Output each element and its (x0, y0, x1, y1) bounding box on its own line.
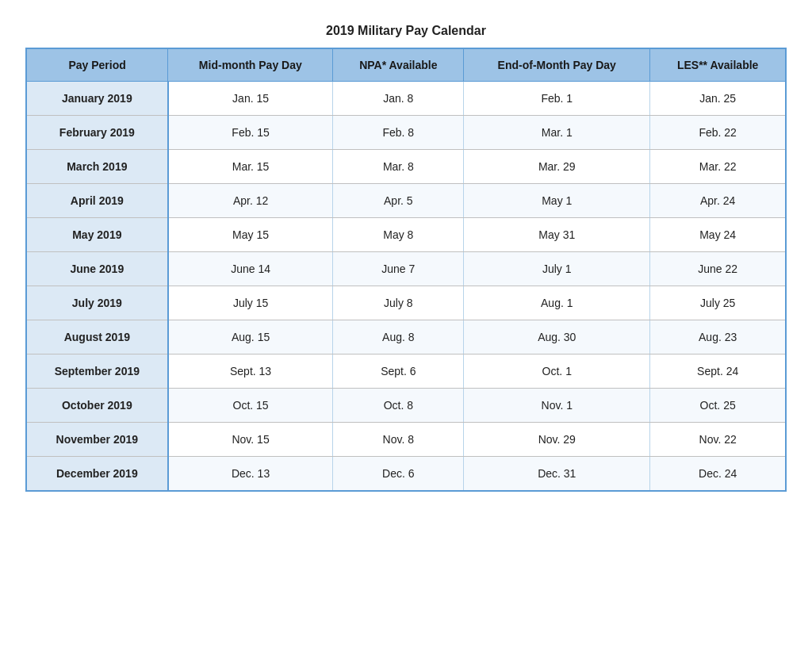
cell-end-month: Feb. 1 (464, 82, 650, 116)
cell-npa: June 7 (333, 252, 464, 286)
table-row: August 2019Aug. 15Aug. 8Aug. 30Aug. 23 (26, 320, 786, 354)
cell-end-month: May 31 (464, 218, 650, 252)
cell-period: October 2019 (26, 389, 168, 423)
cell-end-month: Nov. 29 (464, 423, 650, 457)
cell-npa: Mar. 8 (333, 150, 464, 184)
cell-period: August 2019 (26, 320, 168, 354)
cell-period: December 2019 (26, 457, 168, 492)
cell-mid-month: Apr. 12 (168, 184, 333, 218)
cell-period: June 2019 (26, 252, 168, 286)
cell-mid-month: Nov. 15 (168, 423, 333, 457)
cell-les: May 24 (650, 218, 786, 252)
cell-npa: Oct. 8 (333, 389, 464, 423)
cell-mid-month: Oct. 15 (168, 389, 333, 423)
table-row: February 2019Feb. 15Feb. 8Mar. 1Feb. 22 (26, 116, 786, 150)
cell-period: February 2019 (26, 116, 168, 150)
table-row: July 2019July 15July 8Aug. 1July 25 (26, 286, 786, 320)
header-les: LES** Available (650, 48, 786, 82)
header-npa: NPA* Available (333, 48, 464, 82)
page-title: 2019 Military Pay Calendar (25, 24, 787, 38)
cell-period: May 2019 (26, 218, 168, 252)
table-row: September 2019Sept. 13Sept. 6Oct. 1Sept.… (26, 354, 786, 389)
cell-end-month: Aug. 30 (464, 320, 650, 354)
cell-period: March 2019 (26, 150, 168, 184)
cell-end-month: July 1 (464, 252, 650, 286)
cell-npa: Aug. 8 (333, 320, 464, 354)
cell-end-month: Aug. 1 (464, 286, 650, 320)
cell-end-month: May 1 (464, 184, 650, 218)
cell-les: July 25 (650, 286, 786, 320)
cell-les: Aug. 23 (650, 320, 786, 354)
cell-period: July 2019 (26, 286, 168, 320)
table-row: April 2019Apr. 12Apr. 5May 1Apr. 24 (26, 184, 786, 218)
cell-period: January 2019 (26, 82, 168, 116)
cell-npa: Feb. 8 (333, 116, 464, 150)
cell-npa: Jan. 8 (333, 82, 464, 116)
table-row: November 2019Nov. 15Nov. 8Nov. 29Nov. 22 (26, 423, 786, 457)
cell-mid-month: June 14 (168, 252, 333, 286)
table-row: March 2019Mar. 15Mar. 8Mar. 29Mar. 22 (26, 150, 786, 184)
cell-period: November 2019 (26, 423, 168, 457)
cell-period: September 2019 (26, 354, 168, 389)
cell-period: April 2019 (26, 184, 168, 218)
cell-npa: July 8 (333, 286, 464, 320)
header-end-month: End-of-Month Pay Day (464, 48, 650, 82)
cell-les: June 22 (650, 252, 786, 286)
cell-end-month: Nov. 1 (464, 389, 650, 423)
cell-mid-month: May 15 (168, 218, 333, 252)
cell-mid-month: July 15 (168, 286, 333, 320)
cell-les: Feb. 22 (650, 116, 786, 150)
header-pay-period: Pay Period (26, 48, 168, 82)
cell-npa: May 8 (333, 218, 464, 252)
cell-end-month: Mar. 1 (464, 116, 650, 150)
cell-les: Mar. 22 (650, 150, 786, 184)
table-header-row: Pay Period Mid-month Pay Day NPA* Availa… (26, 48, 786, 82)
cell-les: Jan. 25 (650, 82, 786, 116)
cell-mid-month: Feb. 15 (168, 116, 333, 150)
cell-end-month: Dec. 31 (464, 457, 650, 492)
cell-npa: Apr. 5 (333, 184, 464, 218)
cell-les: Sept. 24 (650, 354, 786, 389)
cell-end-month: Mar. 29 (464, 150, 650, 184)
cell-les: Apr. 24 (650, 184, 786, 218)
cell-npa: Nov. 8 (333, 423, 464, 457)
header-mid-month: Mid-month Pay Day (168, 48, 333, 82)
table-body: January 2019Jan. 15Jan. 8Feb. 1Jan. 25Fe… (26, 82, 786, 492)
cell-npa: Dec. 6 (333, 457, 464, 492)
cell-mid-month: Sept. 13 (168, 354, 333, 389)
cell-end-month: Oct. 1 (464, 354, 650, 389)
cell-mid-month: Dec. 13 (168, 457, 333, 492)
cell-npa: Sept. 6 (333, 354, 464, 389)
table-row: May 2019May 15May 8May 31May 24 (26, 218, 786, 252)
cell-mid-month: Jan. 15 (168, 82, 333, 116)
table-row: October 2019Oct. 15Oct. 8Nov. 1Oct. 25 (26, 389, 786, 423)
table-row: June 2019June 14June 7July 1June 22 (26, 252, 786, 286)
cell-les: Nov. 22 (650, 423, 786, 457)
cell-les: Oct. 25 (650, 389, 786, 423)
pay-calendar-table: Pay Period Mid-month Pay Day NPA* Availa… (25, 48, 787, 492)
table-row: December 2019Dec. 13Dec. 6Dec. 31Dec. 24 (26, 457, 786, 492)
page-container: 2019 Military Pay Calendar Pay Period Mi… (17, 16, 795, 500)
cell-mid-month: Mar. 15 (168, 150, 333, 184)
cell-les: Dec. 24 (650, 457, 786, 492)
table-row: January 2019Jan. 15Jan. 8Feb. 1Jan. 25 (26, 82, 786, 116)
cell-mid-month: Aug. 15 (168, 320, 333, 354)
